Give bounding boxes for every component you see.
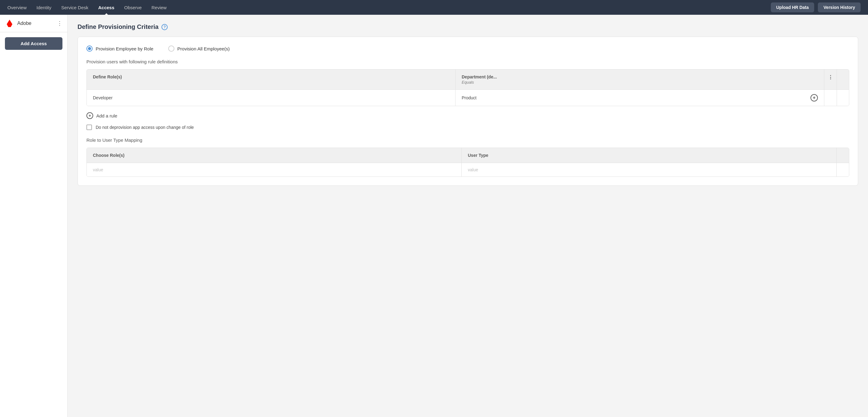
top-nav-buttons: Upload HR Data Version History xyxy=(771,2,861,12)
mapping-col-user-type: User Type xyxy=(462,148,837,163)
rule-cell-empty-kebab xyxy=(824,90,837,106)
help-icon[interactable]: ? xyxy=(161,24,167,30)
nav-item-overview[interactable]: Overview xyxy=(7,4,27,11)
radio-circle-all xyxy=(168,45,175,52)
add-rule-circle-icon: + xyxy=(87,112,93,119)
rule-table-header: Define Role(s) Department (de... Equals … xyxy=(87,69,849,90)
version-history-button[interactable]: Version History xyxy=(818,2,861,12)
nav-item-identity[interactable]: Identity xyxy=(37,4,51,11)
page-title: Define Provisioning Criteria xyxy=(78,23,158,30)
nav-item-service-desk[interactable]: Service Desk xyxy=(61,4,88,11)
radio-group: Provision Employee by Role Provision All… xyxy=(87,45,849,52)
deprovision-label: Do not deprovision app access upon chang… xyxy=(96,125,194,130)
provisioning-card: Provision Employee by Role Provision All… xyxy=(78,37,858,186)
kebab-menu-icon[interactable]: ⋮ xyxy=(57,20,62,27)
rule-col-trash xyxy=(837,69,849,90)
radio-provision-by-role[interactable]: Provision Employee by Role xyxy=(87,45,154,52)
rule-cell-product: Product + xyxy=(456,90,824,106)
adobe-logo-icon xyxy=(5,20,14,27)
mapping-cell-role-value[interactable]: value xyxy=(87,163,462,177)
add-rule-label: Add a rule xyxy=(96,113,117,118)
sidebar-header: Adobe ⋮ xyxy=(0,20,67,32)
nav-item-review[interactable]: Review xyxy=(152,4,167,11)
sidebar-logo: Adobe xyxy=(5,20,31,27)
mapping-col-roles: Choose Role(s) xyxy=(87,148,462,163)
rule-table: Define Role(s) Department (de... Equals … xyxy=(87,69,849,106)
checkbox-row[interactable]: Do not deprovision app access upon chang… xyxy=(87,125,849,130)
rule-cell-developer: Developer xyxy=(87,90,456,106)
sidebar-app-name: Adobe xyxy=(17,21,31,26)
upload-hr-data-button[interactable]: Upload HR Data xyxy=(771,2,814,12)
mapping-cell-action xyxy=(837,163,849,177)
nav-item-observe[interactable]: Observe xyxy=(124,4,142,11)
mapping-table-row: value value xyxy=(87,163,849,177)
add-access-button[interactable]: Add Access xyxy=(5,37,62,50)
radio-provision-all[interactable]: Provision All Employee(s) xyxy=(168,45,230,52)
rule-cell-product-value: Product xyxy=(462,95,476,100)
main-layout: Adobe ⋮ Add Access Define Provisioning C… xyxy=(0,15,868,417)
dept-sublabel: Equals xyxy=(462,80,818,85)
page-title-row: Define Provisioning Criteria ? xyxy=(78,23,858,30)
content-area: Define Provisioning Criteria ? Provision… xyxy=(68,15,868,417)
radio-circle-by-role xyxy=(87,45,93,52)
radio-label-all: Provision All Employee(s) xyxy=(178,46,230,51)
mapping-col-actions xyxy=(837,148,849,163)
dept-label: Department (de... xyxy=(462,74,818,79)
radio-label-by-role: Provision Employee by Role xyxy=(96,46,154,51)
rule-cell-empty-trash xyxy=(837,90,849,106)
nav-items: Overview Identity Service Desk Access Ob… xyxy=(7,4,167,11)
deprovision-checkbox[interactable] xyxy=(87,125,92,130)
mapping-cell-user-type-value[interactable]: value xyxy=(462,163,837,177)
nav-item-access[interactable]: Access xyxy=(98,4,115,11)
rule-table-row: Developer Product + xyxy=(87,90,849,106)
rule-col-define-roles: Define Role(s) xyxy=(87,69,456,90)
mapping-section-label: Role to User Type Mapping xyxy=(87,137,849,143)
add-value-button[interactable]: + xyxy=(810,94,818,101)
add-rule-row[interactable]: + Add a rule xyxy=(87,112,849,119)
sidebar: Adobe ⋮ Add Access xyxy=(0,15,68,417)
rule-description: Provision users with following rule defi… xyxy=(87,59,849,64)
top-nav: Overview Identity Service Desk Access Ob… xyxy=(0,0,868,15)
mapping-table-header: Choose Role(s) User Type xyxy=(87,148,849,163)
rule-col-kebab: ⋮ xyxy=(824,69,837,90)
mapping-table: Choose Role(s) User Type value value xyxy=(87,148,849,177)
rule-col-department: Department (de... Equals xyxy=(456,69,824,90)
